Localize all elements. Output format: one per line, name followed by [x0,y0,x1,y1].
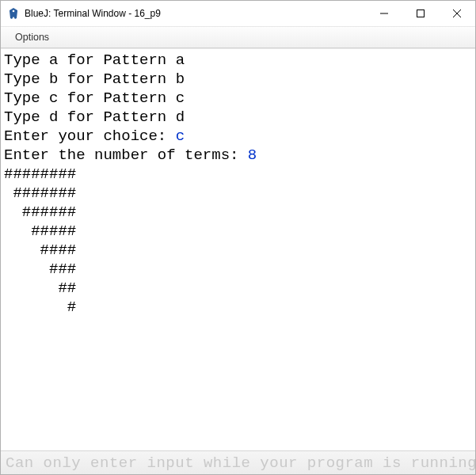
terminal-text: Enter your choice: [4,127,176,145]
terminal-text: # [4,298,76,316]
terminal-text: #### [4,241,76,259]
terminal-text: ##### [4,222,76,240]
terminal-line: Enter your choice: c [4,127,472,146]
terminal-line: Type c for Pattern c [4,89,472,108]
menubar: Options [1,26,475,48]
svg-point-0 [13,10,15,13]
terminal-text: Type d for Pattern d [4,108,185,126]
terminal-line: ## [4,279,472,298]
terminal-line: ####### [4,184,472,203]
terminal-text: Type a for Pattern a [4,51,185,69]
statusbar: Can only enter input while your program … [1,450,475,474]
titlebar: BlueJ: Terminal Window - 16_p9 [1,1,475,26]
terminal-text: ######## [4,165,76,183]
terminal-line: Type d for Pattern d [4,108,472,127]
terminal-line: ##### [4,222,472,241]
terminal-output[interactable]: Type a for Pattern aType b for Pattern b… [1,48,475,450]
status-message: Can only enter input while your program … [6,454,475,472]
menu-options[interactable]: Options [10,28,54,46]
terminal-text: Type b for Pattern b [4,70,185,88]
minimize-button[interactable] [366,1,402,26]
terminal-line: ######## [4,165,472,184]
terminal-user-input: 8 [248,146,257,164]
terminal-line: Type b for Pattern b [4,70,472,89]
terminal-line: ###### [4,203,472,222]
terminal-line: Enter the number of terms: 8 [4,146,472,165]
window-title: BlueJ: Terminal Window - 16_p9 [25,8,161,19]
terminal-text: ### [4,260,76,278]
terminal-text: Enter the number of terms: [4,146,248,164]
terminal-text: ####### [4,184,76,202]
terminal-text: ###### [4,203,76,221]
terminal-line: #### [4,241,472,260]
terminal-window: BlueJ: Terminal Window - 16_p9 Options T… [0,0,476,475]
close-button[interactable] [439,1,475,26]
terminal-line: ### [4,260,472,279]
terminal-text: Type c for Pattern c [4,89,185,107]
bluej-icon [7,7,20,20]
terminal-line: Type a for Pattern a [4,51,472,70]
terminal-line: # [4,298,472,317]
terminal-text: ## [4,279,76,297]
svg-rect-2 [417,10,425,17]
terminal-user-input: c [176,127,185,145]
maximize-button[interactable] [402,1,439,26]
